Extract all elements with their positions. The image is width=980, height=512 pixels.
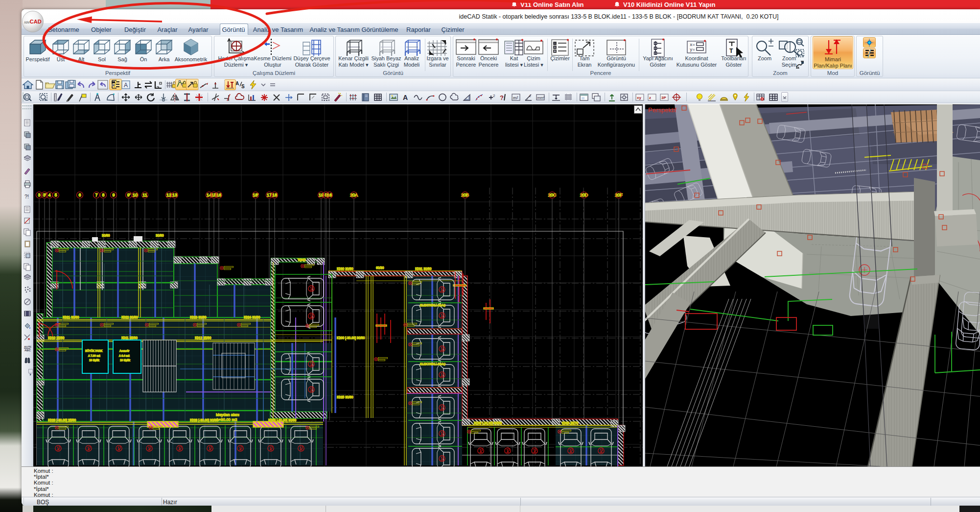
svg-text:10 kişilik: 10 kişilik	[89, 359, 99, 362]
svg-text:4: 4	[48, 193, 50, 197]
svg-text:K029 [-30.00] 30/60: K029 [-30.00] 30/60	[268, 418, 296, 422]
svg-text:12: 12	[166, 193, 171, 197]
svg-text:∠: ∠	[528, 94, 531, 98]
svg-text:A: A	[235, 81, 239, 86]
svg-text:A=30.00 m2: A=30.00 m2	[216, 417, 237, 422]
svg-text:30/60: 30/60	[156, 234, 164, 237]
svg-text:17: 17	[267, 193, 272, 197]
svg-text:A: A	[403, 94, 408, 101]
svg-text:3': 3'	[43, 193, 47, 197]
svg-text:K024 30/60: K024 30/60	[244, 316, 260, 319]
svg-text:BÜYÜK PARK: BÜYÜK PARK	[85, 349, 102, 352]
svg-text:K023 30/60: K023 30/60	[190, 316, 207, 319]
svg-text:K035 [-30.00] 30/60: K035 [-30.00] 30/60	[474, 421, 502, 425]
svg-text:30/60: 30/60	[102, 234, 110, 237]
svg-text:K025 30/60: K025 30/60	[337, 395, 353, 399]
svg-text:?!: ?!	[24, 194, 29, 199]
svg-text:ELEKTRİKLİ ARAÇ: ELEKTRİKLİ ARAÇ	[420, 304, 446, 307]
svg-text:5: 5	[54, 193, 57, 197]
svg-text:mm²: mm²	[537, 96, 545, 100]
svg-text:xy: xy	[637, 96, 641, 100]
svg-text:3: 3	[38, 193, 40, 197]
svg-text:10: 10	[133, 193, 138, 197]
svg-text:?: ?	[500, 94, 504, 101]
svg-text:11: 11	[142, 193, 147, 197]
svg-text:S: S	[241, 84, 245, 89]
svg-text:Perspektif: Perspektif	[648, 106, 677, 114]
svg-text:60/30: 60/30	[376, 266, 384, 269]
svg-text:Meydan alanı: Meydan alanı	[216, 413, 239, 417]
svg-text:K021 30/60: K021 30/60	[63, 316, 79, 319]
svg-text:9: 9	[112, 193, 115, 197]
svg-text:9': 9'	[127, 193, 131, 197]
svg-text:K036 25/70: K036 25/70	[562, 421, 579, 425]
svg-text:x=: x=	[690, 43, 695, 48]
svg-text:7: 7	[95, 193, 97, 197]
svg-text:A 7.33 m2: A 7.33 m2	[88, 354, 100, 357]
svg-text:K022 30/60: K022 30/60	[121, 316, 138, 319]
svg-text:2: 2	[493, 94, 495, 98]
svg-text:3P: 3P	[661, 96, 666, 100]
svg-text:13: 13	[172, 193, 177, 197]
svg-text:z: z	[649, 96, 651, 100]
svg-text:K012 25/60: K012 25/60	[195, 336, 211, 340]
svg-text:A: A	[124, 82, 128, 89]
svg-text:y=: y=	[690, 48, 695, 52]
svg-text:K031 30/60: K031 30/60	[415, 267, 432, 270]
svg-text:AUTO: AUTO	[24, 345, 31, 348]
svg-text:A 6.4 m2: A 6.4 m2	[119, 354, 130, 357]
svg-text:K200 [-30.00] 30/60: K200 [-30.00] 30/60	[337, 336, 365, 340]
svg-text:6: 6	[78, 193, 81, 197]
svg-text:70/40: 70/40	[298, 258, 306, 262]
svg-text:T: T	[729, 48, 733, 54]
svg-text:10 kişilik: 10 kişilik	[120, 359, 130, 362]
svg-text:ABC: ABC	[24, 349, 31, 352]
svg-text:K028 [-30.00] 30/60: K028 [-30.00] 30/60	[190, 418, 218, 422]
svg-text:Asansör: Asansör	[119, 349, 129, 352]
svg-text:18: 18	[272, 193, 277, 197]
svg-text:K030 30/60: K030 30/60	[337, 267, 353, 270]
svg-text:K026 [-30.00] 25/60: K026 [-30.00] 25/60	[48, 418, 76, 422]
svg-text:8: 8	[102, 193, 104, 197]
svg-text:K011 25/60: K011 25/60	[121, 336, 138, 340]
svg-text:m²: m²	[513, 96, 518, 100]
svg-text:K010 25/60: K010 25/60	[48, 336, 65, 340]
svg-text:18': 18'	[253, 193, 258, 197]
svg-text:ELEKTRİKLİ ARAÇ: ELEKTRİKLİ ARAÇ	[420, 363, 446, 366]
